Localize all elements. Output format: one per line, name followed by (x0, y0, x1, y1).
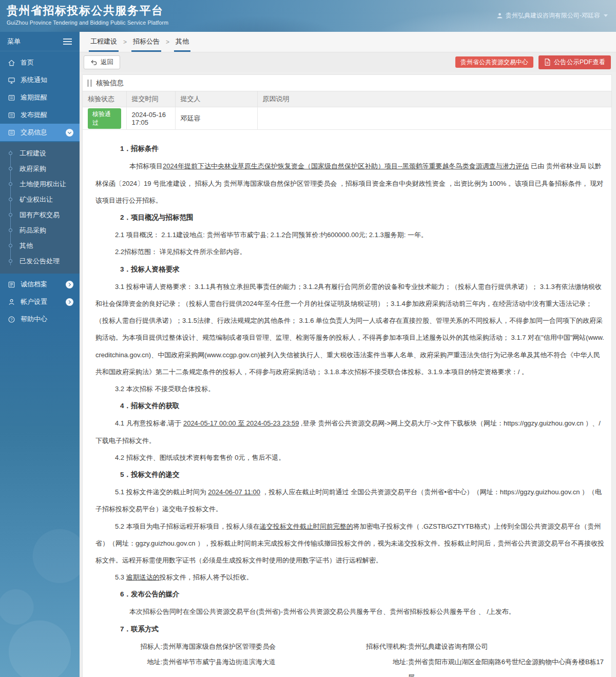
question-icon: ? (8, 316, 15, 323)
app-subtitle: GuiZhou Province Tendering and Bidding P… (7, 20, 168, 26)
sidebar-item-home[interactable]: 首页 (0, 54, 80, 71)
sidebar-item-label: 发布提醒 (21, 110, 47, 120)
doc-paragraph: 本招标项目2024年提前下达中央林业草原生态保护恢复资金（国家级自然保护区补助）… (95, 158, 605, 208)
sidebar-submenu: 工程建设政府采购土地使用权出让矿业权出让国有产权交易药品采购其他已发公告处理 (0, 142, 80, 274)
person-icon (8, 298, 15, 306)
chevron-right-icon (66, 298, 73, 306)
caret-down-icon (604, 14, 608, 17)
sidebar-item-label: 首页 (21, 58, 34, 67)
sidebar-item-overdue-reminder[interactable]: 逾期提醒 (0, 89, 80, 106)
sidebar-subitem-other[interactable]: 其他 (0, 238, 80, 254)
doc-section-heading: 3．投标人资格要求 (95, 261, 605, 278)
sidebar-menu-head: 菜单 (0, 32, 80, 51)
sidebar-item-account-settings[interactable]: 帐户设置 (0, 293, 80, 311)
section-marker-icon (87, 80, 92, 87)
main-area: 工程建设>招标公告>其他 返回 贵州省公共资源交易中心 公告公示PDF查看 核验… (80, 32, 616, 677)
contact-value: 贵州弘典建设咨询有限公司 (408, 639, 488, 654)
sidebar-item-label: 帮助中心 (21, 315, 47, 324)
sidebar-item-system-notice[interactable]: 系统通知 (0, 71, 80, 89)
person-icon (496, 12, 503, 19)
breadcrumb-separator: > (161, 38, 174, 52)
sidebar-item-help-center[interactable]: ?帮助中心 (0, 311, 80, 328)
doc-paragraph: 5.1 投标文件递交的截止时间为 2024-06-07 11:00 ，投标人应在… (95, 483, 605, 517)
app-header: 贵州省招标投标公共服务平台 GuiZhou Province Tendering… (0, 0, 616, 32)
sidebar-item-label: 逾期提醒 (21, 93, 47, 102)
verify-title-text: 核验信息 (96, 79, 124, 88)
brand-block: 贵州省招标投标公共服务平台 GuiZhou Province Tendering… (7, 4, 168, 26)
doc-paragraph: 2.1 项目概况： 2.1.1建设地点: 贵州省毕节市威宁县; 2.1.2合同预… (95, 226, 605, 243)
exchange-center-button[interactable]: 贵州省公共资源交易中心 (455, 56, 533, 68)
notice-card-icon (8, 111, 15, 119)
doc-section-heading: 5．投标文件的递交 (95, 466, 605, 483)
contact-label: 地址: (335, 654, 408, 677)
home-icon (8, 59, 15, 67)
verify-column-header: 核验状态 (83, 91, 126, 107)
sidebar-item-label: 系统通知 (21, 75, 47, 85)
breadcrumb: 工程建设>招标公告>其他 (80, 32, 616, 52)
monitor-icon (8, 76, 15, 84)
contact-row: 地址:贵州省毕节市威宁县海边街道滨海大道地址:贵州省贵阳市观山湖区金阳南路6号世… (95, 654, 605, 677)
user-name: 贵州弘典建设咨询有限公司-邓廷容 (506, 11, 600, 20)
verify-table: 核验状态提交时间提交人原因说明 核验通过 2024-05-16 17:05 邓廷… (83, 91, 611, 130)
breadcrumb-item[interactable]: 招标公告 (131, 32, 161, 52)
doc-paragraph: 4.1 凡有意投标者,请于 2024-05-17 00:00 至 2024-05… (95, 415, 605, 449)
sidebar-subitem-drug-procurement[interactable]: 药品采购 (0, 223, 80, 238)
contact-block: 招标人:贵州草海国家级自然保护区管理委员会招标代理机构:贵州弘典建设咨询有限公司… (95, 639, 605, 677)
sidebar-subitem-mining-rights[interactable]: 矿业权出让 (0, 192, 80, 207)
back-label: 返回 (101, 58, 113, 67)
contact-value: 贵州草海国家级自然保护区管理委员会 (162, 639, 276, 654)
doc-section-heading: 7．联系方式 (95, 621, 605, 638)
undo-arrow-icon (90, 59, 98, 66)
pdf-view-label: 公告公示PDF查看 (554, 58, 605, 67)
status-badge: 核验通过 (88, 108, 121, 129)
breadcrumb-item[interactable]: 其他 (174, 32, 190, 52)
contact-value: 贵州省毕节市威宁县海边街道滨海大道 (162, 654, 276, 677)
notice-card-icon (8, 129, 15, 137)
doc-section-heading: 2．项目概况与招标范围 (95, 209, 605, 226)
pdf-document-icon (544, 59, 551, 66)
contact-value: 贵州省贵阳市观山湖区金阳南路6号世纪金源购物中心商务楼B栋17层 (408, 654, 605, 677)
sidebar-item-label: 诚信档案 (21, 280, 47, 289)
verify-column-header: 提交时间 (126, 91, 175, 107)
sidebar-subitem-gov-procurement[interactable]: 政府采购 (0, 161, 80, 177)
sidebar-subitem-construction[interactable]: 工程建设 (0, 146, 80, 161)
contact-row: 招标人:贵州草海国家级自然保护区管理委员会招标代理机构:贵州弘典建设咨询有限公司 (95, 639, 605, 654)
doc-paragraph: 5.3 逾期送达的投标文件，招标人将予以拒收。 (95, 569, 605, 586)
content-panel: 核验信息 核验状态提交时间提交人原因说明 核验通过 2024-05-16 17:… (82, 74, 612, 677)
verify-status-cell: 核验通过 (83, 107, 126, 130)
user-menu[interactable]: 贵州弘典建设咨询有限公司-邓廷容 (496, 11, 608, 20)
doc-paragraph: 3.1 投标申请人资格要求： 3.1.1具有独立承担民事责任的能力；3.1.2具… (95, 278, 605, 380)
verify-table-header: 核验状态提交时间提交人原因说明 (83, 91, 611, 107)
sidebar-item-label: 帐户设置 (21, 297, 47, 306)
pdf-view-button[interactable]: 公告公示PDF查看 (538, 55, 611, 69)
sidebar-subitem-land-use[interactable]: 土地使用权出让 (0, 177, 80, 192)
doc-paragraph: 3.2 本次招标 不接受联合体投标。 (95, 380, 605, 397)
hamburger-icon[interactable] (63, 41, 72, 42)
announcement-document: 1．招标条件本招标项目2024年提前下达中央林业草原生态保护恢复资金（国家级自然… (83, 130, 611, 677)
verify-column-header: 提交人 (175, 91, 257, 107)
back-button[interactable]: 返回 (84, 55, 120, 69)
sidebar-item-publish-reminder[interactable]: 发布提醒 (0, 106, 80, 124)
breadcrumb-item[interactable]: 工程建设 (89, 32, 119, 52)
app-title: 贵州省招标投标公共服务平台 (7, 4, 168, 18)
sidebar-subitem-published-notices[interactable]: 已发公告处理 (0, 254, 80, 269)
archive-list-icon (8, 281, 15, 288)
doc-section-heading: 4．招标文件的获取 (95, 397, 605, 415)
verify-section-title: 核验信息 (83, 75, 611, 91)
doc-paragraph: 2.2招标范围： 详见招标文件所示全部内容。 (95, 243, 605, 260)
verify-time-cell: 2024-05-16 17:05 (126, 107, 175, 130)
verify-reason-cell (257, 107, 611, 130)
sidebar-item-trade-info[interactable]: 交易信息 (0, 124, 80, 141)
toolbar: 返回 贵州省公共资源交易中心 公告公示PDF查看 (80, 52, 616, 72)
verify-person-cell: 邓廷容 (175, 107, 257, 130)
sidebar-subitem-state-assets[interactable]: 国有产权交易 (0, 207, 80, 223)
verify-column-header: 原因说明 (257, 91, 611, 107)
doc-paragraph: 4.2 招标文件、图纸或技术资料每套售价 0元，售后不退。 (95, 449, 605, 466)
sidebar-item-credit-archive[interactable]: 诚信档案 (0, 276, 80, 293)
doc-section-heading: 1．招标条件 (95, 140, 605, 158)
breadcrumb-separator: > (119, 38, 131, 52)
chevron-down-icon (66, 129, 73, 137)
contact-label: 招标人: (95, 639, 162, 654)
chevron-right-icon (66, 281, 73, 288)
menu-label: 菜单 (7, 37, 21, 46)
